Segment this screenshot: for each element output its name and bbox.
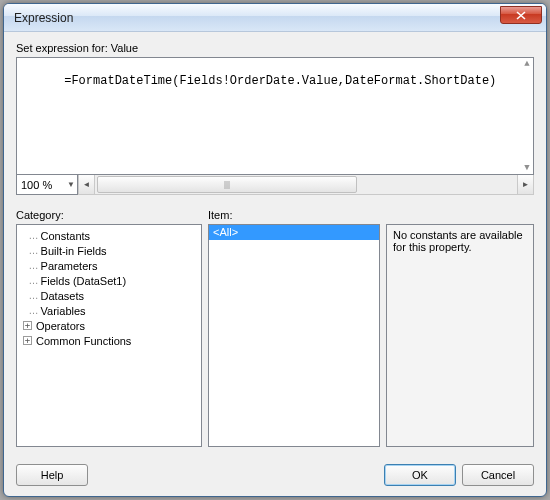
tree-item-label: Parameters bbox=[41, 260, 98, 272]
tree-item[interactable]: …Constants bbox=[19, 228, 199, 243]
window-title: Expression bbox=[14, 11, 73, 25]
list-item[interactable]: <All> bbox=[209, 225, 379, 240]
item-label: Item: bbox=[208, 209, 380, 221]
tree-item[interactable]: …Fields (DataSet1) bbox=[19, 273, 199, 288]
category-label: Category: bbox=[16, 209, 202, 221]
button-row: Help OK Cancel bbox=[16, 456, 534, 486]
editor-scroll-down[interactable]: ▼ bbox=[522, 163, 532, 173]
scroll-left-button[interactable]: ◄ bbox=[79, 175, 95, 194]
expression-editor[interactable]: =FormatDateTime(Fields!OrderDate.Value,D… bbox=[16, 57, 534, 175]
scroll-thumb[interactable] bbox=[97, 176, 357, 193]
scroll-right-button[interactable]: ► bbox=[517, 175, 533, 194]
tree-leaf-icon: … bbox=[23, 260, 39, 271]
tree-item[interactable]: …Datasets bbox=[19, 288, 199, 303]
tree-item-label: Variables bbox=[41, 305, 86, 317]
dialog-content: Set expression for: Value =FormatDateTim… bbox=[4, 32, 546, 496]
expression-text: =FormatDateTime(Fields!OrderDate.Value,D… bbox=[64, 74, 496, 88]
category-panel: Category: …Constants …Built-in Fields …P… bbox=[16, 209, 202, 447]
description-panel: No constants are available for this prop… bbox=[386, 209, 534, 447]
zoom-row: 100 % ▼ ◄ ► bbox=[16, 175, 534, 195]
category-tree[interactable]: …Constants …Built-in Fields …Parameters … bbox=[16, 224, 202, 447]
tree-item-label: Common Functions bbox=[36, 335, 131, 347]
expand-icon[interactable]: + bbox=[23, 336, 32, 345]
item-list[interactable]: <All> bbox=[208, 224, 380, 447]
tree-item[interactable]: …Built-in Fields bbox=[19, 243, 199, 258]
tree-leaf-icon: … bbox=[23, 245, 39, 256]
tree-item[interactable]: +Operators bbox=[19, 318, 199, 333]
panels: Category: …Constants …Built-in Fields …P… bbox=[16, 209, 534, 447]
zoom-select[interactable]: 100 % ▼ bbox=[16, 175, 78, 195]
expression-dialog: Expression Set expression for: Value =Fo… bbox=[3, 3, 547, 497]
ok-button[interactable]: OK bbox=[384, 464, 456, 486]
chevron-down-icon: ▼ bbox=[67, 180, 75, 189]
tree-item[interactable]: …Parameters bbox=[19, 258, 199, 273]
titlebar[interactable]: Expression bbox=[4, 4, 546, 32]
close-button[interactable] bbox=[500, 6, 542, 24]
cancel-button[interactable]: Cancel bbox=[462, 464, 534, 486]
tree-leaf-icon: … bbox=[23, 290, 39, 301]
editor-scroll-up[interactable]: ▲ bbox=[522, 59, 532, 69]
tree-item[interactable]: +Common Functions bbox=[19, 333, 199, 348]
tree-leaf-icon: … bbox=[23, 230, 39, 241]
tree-item-label: Operators bbox=[36, 320, 85, 332]
tree-item-label: Constants bbox=[41, 230, 91, 242]
item-panel: Item: <All> bbox=[208, 209, 380, 447]
expand-icon[interactable]: + bbox=[23, 321, 32, 330]
tree-item-label: Fields (DataSet1) bbox=[41, 275, 127, 287]
tree-item[interactable]: …Variables bbox=[19, 303, 199, 318]
editor-hscrollbar[interactable]: ◄ ► bbox=[78, 175, 534, 195]
description-text: No constants are available for this prop… bbox=[386, 224, 534, 447]
tree-leaf-icon: … bbox=[23, 275, 39, 286]
expression-label: Set expression for: Value bbox=[16, 42, 534, 54]
tree-item-label: Datasets bbox=[41, 290, 84, 302]
close-icon bbox=[516, 11, 526, 20]
description-label-spacer bbox=[386, 209, 534, 221]
tree-leaf-icon: … bbox=[23, 305, 39, 316]
help-button[interactable]: Help bbox=[16, 464, 88, 486]
zoom-value: 100 % bbox=[21, 179, 52, 191]
tree-item-label: Built-in Fields bbox=[41, 245, 107, 257]
